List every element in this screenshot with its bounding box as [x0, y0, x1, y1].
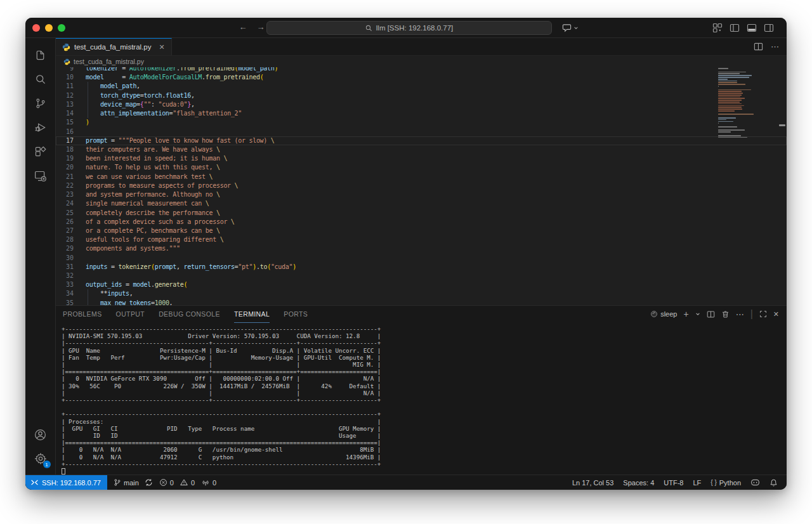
- code-line: 14 attn_implementation="flash_attention_…: [56, 109, 787, 118]
- problems-indicator[interactable]: 0 0: [159, 478, 195, 487]
- split-terminal-icon[interactable]: [707, 310, 715, 318]
- code-line: 16: [56, 128, 787, 136]
- encoding[interactable]: UTF-8: [664, 475, 683, 490]
- toggle-primary-sidebar-icon[interactable]: [730, 23, 740, 33]
- branch-indicator[interactable]: main: [114, 478, 153, 487]
- chevron-down-icon: [573, 25, 579, 30]
- split-editor-icon[interactable]: [754, 42, 763, 51]
- code-line: 18their computers are. We have always \: [56, 145, 787, 154]
- code-line: 10model = AutoModelForCausalLM.from_pret…: [56, 73, 787, 82]
- ports-count: 0: [213, 479, 216, 487]
- code-line: 35 max_new_tokens=1000,: [56, 299, 787, 305]
- remote-icon: [30, 479, 39, 486]
- errors-count: 0: [170, 479, 174, 487]
- code-line: 20nature. To help us with this quest, \: [56, 163, 787, 172]
- navigate-forward-icon[interactable]: →: [255, 22, 266, 32]
- toggle-panel-icon[interactable]: [747, 23, 757, 33]
- warnings-count: 0: [191, 479, 195, 487]
- terminal-instance-name: sleep: [660, 310, 677, 318]
- status-bar: SSH: 192.168.0.77 main 0 0 0: [25, 475, 787, 490]
- notifications-bell-icon[interactable]: [769, 478, 778, 487]
- customize-layout-icon[interactable]: [712, 23, 723, 33]
- source-control-icon: [34, 97, 47, 110]
- eol-sequence[interactable]: LF: [693, 475, 701, 490]
- sidebar-item-extensions[interactable]: [25, 140, 56, 164]
- sidebar-item-source-control[interactable]: [25, 91, 56, 115]
- code-line: 9tokenizer = AutoTokenizer.from_pretrain…: [56, 67, 787, 73]
- bottom-panel: PROBLEMSOUTPUTDEBUG CONSOLETERMINALPORTS…: [56, 305, 787, 475]
- code-lines: 9tokenizer = AutoTokenizer.from_pretrain…: [56, 67, 787, 305]
- code-line: 13 device_map={"": "cuda:0"},: [56, 100, 787, 109]
- sidebar-item-search[interactable]: [25, 67, 56, 91]
- remote-indicator[interactable]: SSH: 192.168.0.77: [25, 475, 107, 490]
- explorer-icon: [34, 49, 47, 62]
- activity-bar: 1: [25, 38, 56, 475]
- sidebar-item-explorer[interactable]: [25, 43, 56, 67]
- code-line: 31inputs = tokenizer(prompt, return_tens…: [56, 263, 787, 272]
- account-icon: [34, 428, 47, 442]
- minimize-window-button[interactable]: [45, 24, 53, 32]
- code-line: 28useful tools for comparing different \: [56, 235, 787, 244]
- title-bar: ← → llm [SSH: 192.168.0.77]: [25, 18, 787, 38]
- tab-close-icon[interactable]: ✕: [159, 43, 164, 51]
- toggle-secondary-sidebar-icon[interactable]: [764, 23, 774, 33]
- settings-button[interactable]: 1: [25, 447, 56, 471]
- sidebar-item-run-debug[interactable]: [25, 115, 56, 140]
- brackets-icon: { }: [710, 479, 716, 486]
- kill-terminal-trash-icon[interactable]: [721, 310, 730, 318]
- branch-name: main: [124, 479, 139, 487]
- vscode-window: ← → llm [SSH: 192.168.0.77]: [25, 18, 787, 490]
- panel-tab-output[interactable]: OUTPUT: [116, 306, 145, 323]
- code-line: 23and system performance. Although no \: [56, 190, 787, 199]
- code-line: 22programs to measure aspects of process…: [56, 181, 787, 190]
- terminal-dropdown-icon[interactable]: [695, 311, 700, 317]
- terminal-process-icon: [650, 310, 658, 318]
- copilot-icon[interactable]: [750, 478, 760, 487]
- search-icon: [365, 25, 372, 32]
- language-mode[interactable]: { } Python: [710, 475, 741, 490]
- cursor-position[interactable]: Ln 17, Col 53: [572, 475, 613, 490]
- command-center-search[interactable]: llm [SSH: 192.168.0.77]: [266, 21, 552, 35]
- editor-actions-more-icon[interactable]: ⋯: [771, 42, 779, 51]
- close-panel-icon[interactable]: ✕: [773, 310, 779, 318]
- minimap[interactable]: [718, 67, 755, 140]
- tab-test-cuda-fa-mistral[interactable]: test_cuda_fa_mistral.py ✕: [56, 38, 172, 55]
- traffic-lights: [32, 24, 65, 32]
- panel-tab-problems[interactable]: PROBLEMS: [63, 306, 102, 323]
- editor-tab-bar: test_cuda_fa_mistral.py ✕ ⋯: [56, 38, 787, 56]
- code-line: 25completely describe the performance \: [56, 209, 787, 218]
- panel-tab-terminal[interactable]: TERMINAL: [234, 306, 270, 323]
- indentation[interactable]: Spaces: 4: [623, 475, 654, 490]
- python-file-icon: [62, 43, 70, 51]
- code-line: 33output_ids = model.generate(: [56, 280, 787, 289]
- code-editor[interactable]: 9tokenizer = AutoTokenizer.from_pretrain…: [56, 67, 787, 305]
- remote-explorer-icon: [34, 169, 47, 183]
- chat-toggle-button[interactable]: [562, 23, 579, 32]
- code-line: 34 **inputs,: [56, 289, 787, 298]
- ports-indicator[interactable]: 0: [201, 478, 216, 487]
- git-branch-icon: [114, 478, 121, 487]
- code-line: 30: [56, 254, 787, 263]
- remote-label: SSH: 192.168.0.77: [42, 479, 101, 487]
- terminal-output[interactable]: +---------------------------------------…: [56, 323, 787, 475]
- navigate-back-icon[interactable]: ←: [237, 22, 249, 32]
- sidebar-item-remote-explorer[interactable]: [25, 164, 56, 188]
- panel-more-actions-icon[interactable]: ⋯: [736, 310, 744, 319]
- code-line: 11 model_path,: [56, 82, 787, 91]
- code-line: 17prompt = """People love to know how fa…: [56, 136, 787, 145]
- panel-tab-debug-console[interactable]: DEBUG CONSOLE: [159, 306, 220, 323]
- close-window-button[interactable]: [32, 24, 40, 32]
- zoom-window-button[interactable]: [58, 24, 65, 32]
- panel-tab-ports[interactable]: PORTS: [284, 306, 308, 323]
- breadcrumb[interactable]: test_cuda_fa_mistral.py: [56, 56, 787, 67]
- python-file-icon: [63, 58, 70, 65]
- maximize-panel-icon[interactable]: [759, 310, 767, 318]
- code-line: 19been interested in speed; it is human …: [56, 154, 787, 163]
- extensions-icon: [34, 145, 47, 158]
- language-label: Python: [719, 479, 741, 487]
- terminal-cursor: [62, 468, 65, 475]
- new-terminal-button[interactable]: +: [683, 309, 688, 319]
- terminal-instance-item[interactable]: sleep: [650, 310, 677, 318]
- code-line: 15): [56, 118, 787, 127]
- accounts-button[interactable]: [25, 422, 56, 447]
